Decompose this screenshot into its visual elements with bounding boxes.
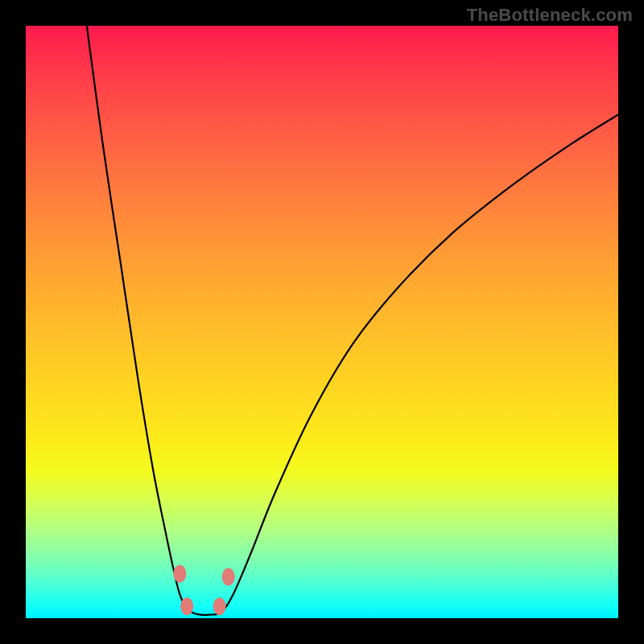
curve-markers (173, 565, 234, 615)
bottleneck-curve-svg (26, 26, 618, 618)
watermark-text: TheBottleneck.com (467, 5, 633, 26)
curve-marker (213, 597, 226, 615)
curve-marker (180, 597, 193, 615)
plot-area (26, 26, 618, 618)
chart-frame: TheBottleneck.com (0, 0, 644, 644)
bottleneck-curve (87, 26, 618, 615)
curve-marker (222, 568, 235, 585)
curve-marker (173, 565, 186, 583)
